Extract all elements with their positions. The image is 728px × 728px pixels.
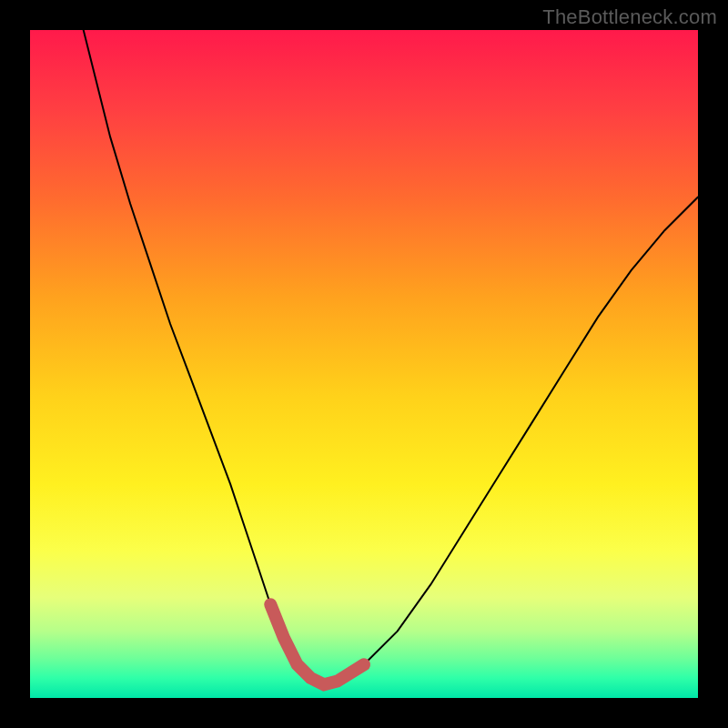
plot-area [30,30,698,698]
optimal-range-highlight [270,604,364,684]
watermark-text: TheBottleneck.com [542,5,717,29]
chart-frame: TheBottleneck.com [0,0,728,728]
curve-svg [30,30,698,698]
bottleneck-curve-path [84,30,698,684]
